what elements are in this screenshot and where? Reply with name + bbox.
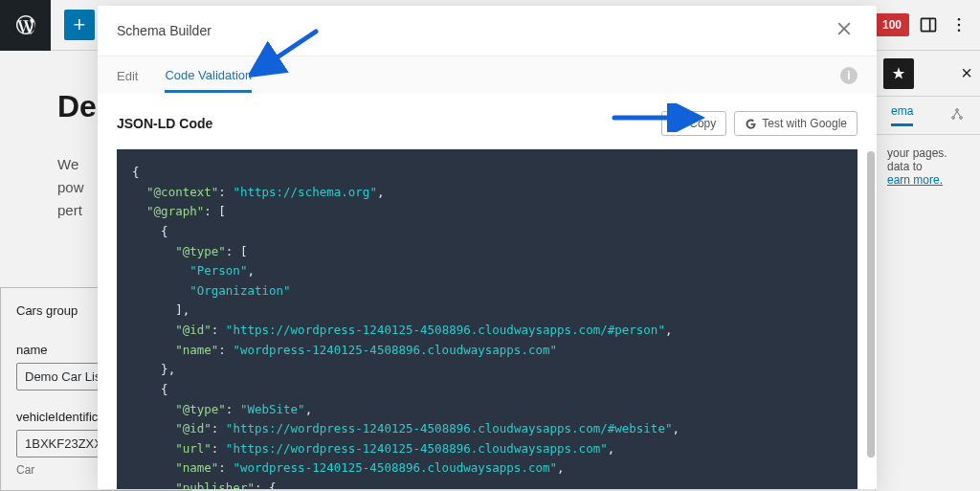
copy-button[interactable]: Copy [661, 111, 726, 136]
modal-scrollbar[interactable] [865, 151, 877, 489]
info-icon[interactable]: i [840, 67, 858, 84]
test-google-button[interactable]: Test with Google [734, 111, 858, 136]
jsonld-code-block[interactable]: { "@context": "https://schema.org", "@gr… [117, 149, 858, 489]
copy-icon [672, 118, 684, 130]
schema-builder-modal: Schema Builder Edit Code Validation i JS… [98, 6, 877, 489]
tab-edit[interactable]: Edit [117, 69, 138, 91]
google-icon [745, 118, 757, 130]
modal-tabrow: Edit Code Validation i [98, 56, 877, 94]
copy-button-label: Copy [689, 117, 716, 130]
code-section-title: JSON-LD Code [117, 116, 212, 131]
modal-close-icon[interactable] [831, 15, 858, 47]
svg-rect-12 [677, 122, 683, 127]
tab-code-validation[interactable]: Code Validation [165, 68, 252, 93]
scrollbar-thumb[interactable] [867, 151, 875, 458]
modal-title: Schema Builder [117, 23, 212, 38]
test-button-label: Test with Google [762, 117, 847, 130]
